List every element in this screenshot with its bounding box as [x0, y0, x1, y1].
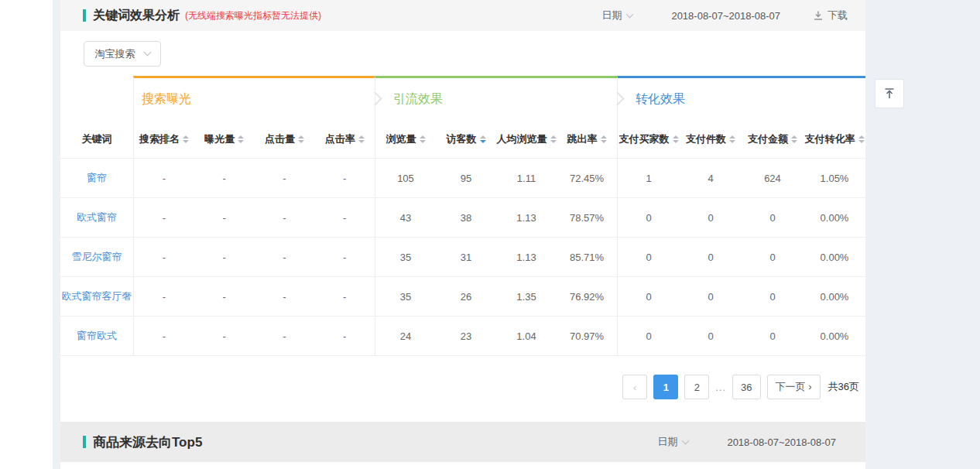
download-button[interactable]: 下载 — [813, 9, 848, 22]
accent-bar — [83, 436, 86, 448]
table-cell: - — [314, 198, 375, 237]
column-header[interactable]: 曝光量 — [194, 120, 255, 158]
table-row: 雪尼尔窗帘----35311.1385.71%0000.00% — [60, 238, 865, 277]
download-label: 下载 — [828, 9, 848, 22]
column-header[interactable]: 支付金额 — [742, 120, 804, 158]
sort-icon[interactable] — [298, 135, 304, 143]
keyword-link[interactable]: 欧式窗帘客厅奢 — [62, 289, 132, 303]
column-header[interactable]: 支付转化率 — [804, 120, 865, 158]
column-header-label: 曝光量 — [204, 132, 235, 146]
table-cell: 1.04 — [496, 317, 557, 355]
row-group-conversion-effect: 0000.00% — [617, 198, 865, 237]
table-cell: 23 — [436, 317, 496, 355]
table-cell: 0.00% — [804, 317, 865, 355]
column-group-headers-search-exposure: 搜索排名曝光量点击量点击率 — [133, 120, 375, 158]
back-to-top-button[interactable] — [875, 79, 904, 108]
channel-select[interactable]: 淘宝搜索 — [84, 41, 161, 67]
column-header-label: 支付金额 — [748, 132, 788, 146]
column-header-label: 支付件数 — [686, 132, 726, 146]
pagination-page-button[interactable]: 1 — [653, 375, 678, 399]
column-header[interactable]: 支付买家数 — [618, 120, 680, 158]
sort-icon[interactable] — [858, 135, 865, 143]
table-cell: 76.92% — [557, 277, 617, 316]
table-cell: 0 — [680, 277, 742, 316]
pagination-next-button[interactable]: 下一页 › — [767, 375, 821, 399]
table-cell: 1.05% — [804, 159, 865, 197]
row-group-conversion-effect: 0000.00% — [617, 277, 865, 316]
table-cell: - — [134, 317, 194, 355]
column-header[interactable]: 人均浏览量 — [496, 120, 557, 158]
table-cell: - — [314, 317, 375, 355]
column-header[interactable]: 点击率 — [314, 120, 375, 158]
keyword-column-header: 关键词 — [60, 120, 133, 158]
pagination-page-button[interactable]: 2 — [684, 375, 709, 399]
bottom-date-range-value: 2018-08-07~2018-08-07 — [727, 436, 836, 448]
column-header-label: 人均浏览量 — [497, 132, 547, 146]
sort-icon[interactable] — [550, 135, 557, 143]
back-to-top-icon — [882, 87, 896, 101]
sort-icon[interactable] — [238, 135, 244, 143]
column-header[interactable]: 浏览量 — [375, 120, 436, 158]
table-cell: 1.11 — [496, 159, 557, 197]
column-header[interactable]: 访客数 — [436, 120, 496, 158]
date-range-value: 2018-08-07~2018-08-07 — [671, 10, 780, 22]
column-group-conversion-effect: 转化效果 — [617, 76, 865, 120]
sort-icon[interactable] — [601, 135, 607, 143]
keyword-cell: 雪尼尔窗帘 — [60, 238, 133, 276]
chevron-down-icon — [682, 436, 690, 444]
table-cell: - — [134, 238, 194, 276]
bottom-date-filter-dropdown[interactable]: 日期 — [657, 435, 688, 449]
row-group-traffic-effect: 24231.0470.97% — [375, 317, 617, 355]
table-cell: 85.71% — [557, 238, 617, 276]
table-cell: 43 — [375, 198, 436, 237]
sort-icon[interactable] — [729, 135, 735, 143]
row-group-conversion-effect: 0000.00% — [617, 238, 865, 276]
table-cell: 0 — [618, 277, 680, 316]
row-group-traffic-effect: 35311.1385.71% — [375, 238, 617, 276]
row-group-search-exposure: ---- — [133, 317, 375, 355]
table-cell: 38 — [436, 198, 496, 237]
column-header[interactable]: 搜索排名 — [134, 120, 194, 158]
column-header-label: 跳出率 — [567, 132, 598, 146]
table-cell: - — [314, 238, 375, 276]
table-cell: 0 — [680, 198, 742, 237]
sort-icon[interactable] — [183, 135, 189, 143]
sort-icon[interactable] — [791, 135, 797, 143]
pagination-page-button[interactable]: 36 — [732, 375, 760, 399]
row-group-traffic-effect: 35261.3576.92% — [375, 277, 617, 316]
keyword-link[interactable]: 雪尼尔窗帘 — [72, 250, 122, 264]
column-header-label: 访客数 — [447, 132, 477, 146]
row-group-traffic-effect: 105951.1172.45% — [375, 159, 617, 197]
bottom-date-filter-label: 日期 — [657, 435, 677, 449]
sort-icon[interactable] — [480, 135, 486, 143]
column-header[interactable]: 跳出率 — [557, 120, 617, 158]
table-cell: 35 — [375, 277, 436, 316]
row-group-conversion-effect: 0000.00% — [617, 317, 865, 355]
keyword-link[interactable]: 欧式窗帘 — [77, 211, 117, 224]
keyword-cell: 窗帘欧式 — [60, 317, 133, 355]
date-filter-dropdown[interactable]: 日期 — [601, 9, 632, 22]
sort-icon[interactable] — [358, 135, 365, 143]
column-header[interactable]: 点击量 — [255, 120, 315, 158]
table-cell: 1.13 — [496, 198, 557, 237]
title-note: (无线端搜索曝光指标暂无法提供) — [185, 9, 321, 22]
row-group-search-exposure: ---- — [133, 198, 375, 237]
sort-icon[interactable] — [673, 135, 679, 143]
right-background — [865, 0, 980, 469]
row-group-search-exposure: ---- — [133, 277, 375, 316]
table-row: 窗帘----105951.1172.45%146241.05% — [60, 159, 865, 198]
table-row: 欧式窗帘----43381.1378.57%0000.00% — [60, 198, 865, 238]
column-header-label: 搜索排名 — [139, 132, 180, 146]
table-cell: 70.97% — [557, 317, 617, 355]
keyword-link[interactable]: 窗帘欧式 — [77, 329, 117, 343]
table-cell: 0 — [742, 317, 804, 355]
column-header[interactable]: 支付件数 — [680, 120, 742, 158]
table-cell: 0 — [742, 198, 804, 237]
pagination-prev-button[interactable]: ‹ — [622, 375, 647, 399]
sort-icon[interactable] — [420, 135, 426, 143]
accent-bar — [83, 9, 86, 22]
keyword-link[interactable]: 窗帘 — [87, 171, 107, 185]
column-header-label: 点击率 — [325, 132, 355, 146]
table-row: 欧式窗帘客厅奢----35261.3576.92%0000.00% — [60, 277, 865, 317]
column-group-title: 搜索曝光 — [142, 91, 191, 108]
